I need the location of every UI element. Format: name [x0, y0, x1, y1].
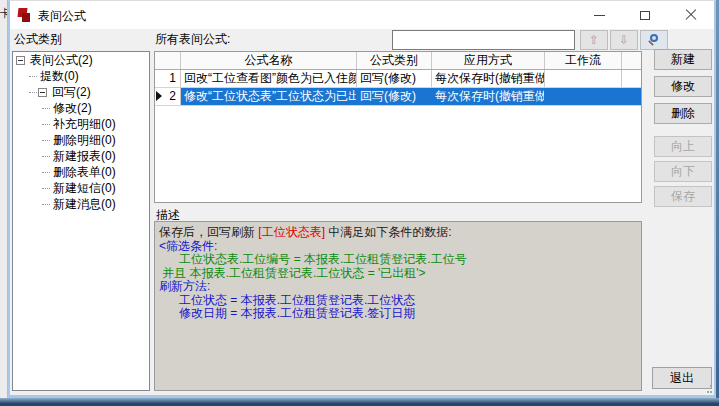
table-header-row: 公式名称公式类别应用方式工作流 — [155, 52, 641, 70]
move-down-button: 向下 — [654, 161, 712, 182]
row-number-cell: 1 — [155, 70, 181, 87]
category-tree: 表间公式(2)提数(0)回写(2)修改(2)补充明细(0)删除明细(0)新建报表… — [12, 51, 150, 391]
move-up-arrow-button[interactable]: ⇧ — [580, 30, 608, 50]
maximize-icon — [640, 11, 650, 20]
minimize-icon — [594, 15, 605, 16]
table-row[interactable]: 1回改“工位查看图”颜色为已入住颜色回写(修改)每次保存时(撤销重做保 — [155, 70, 641, 88]
close-button[interactable] — [668, 1, 714, 29]
tree-item-label: 回写(2) — [50, 85, 91, 99]
resize-grip[interactable] — [704, 385, 712, 393]
background-text-fragment: 卡 — [0, 6, 8, 21]
background-window-edge: 卡 — [0, 0, 8, 398]
search-button[interactable] — [640, 30, 668, 50]
description-line: 工位状态 = 本报表.工位租赁登记表.工位状态 — [159, 294, 637, 308]
tree-item-label: 补充明细(0) — [51, 117, 116, 131]
workflow-cell — [545, 70, 622, 87]
apply-mode-cell: 每次保存时(撤销重做保 — [432, 70, 545, 87]
description-line: 工位状态表.工位编号 = 本报表.工位租赁登记表.工位号 — [159, 253, 637, 267]
formula-category-cell: 回写(修改) — [357, 88, 432, 105]
column-header: 公式名称 — [181, 52, 357, 69]
tree-item[interactable]: 回写(2) — [13, 84, 149, 100]
minimize-button[interactable] — [576, 1, 622, 29]
close-icon — [685, 9, 697, 21]
dialog-window: 表间公式 公式类别 所有表间公式: ⇧ ⇩ 表间公式(2)提数(0)回写(2)修… — [8, 0, 716, 398]
search-input[interactable] — [392, 30, 575, 50]
tree-item-label: 提数(0) — [38, 69, 79, 83]
spacer-cell — [622, 70, 641, 87]
tree-item-label: 表间公式(2) — [28, 53, 93, 67]
tree-item[interactable]: 新建消息(0) — [13, 196, 149, 212]
column-header — [155, 52, 181, 69]
tree-item-label: 删除明细(0) — [51, 133, 116, 147]
tree-item-label: 新建短信(0) — [51, 181, 116, 195]
column-header: 应用方式 — [432, 52, 545, 69]
delete-button[interactable]: 删除 — [654, 103, 712, 124]
formula-category-cell: 回写(修改) — [357, 70, 432, 87]
screen: 卡 表间公式 公式类别 所有表间公式: ⇧ ⇩ 表间公式(2)提数(0)回写(2… — [0, 0, 719, 406]
description-line: <筛选条件: — [159, 240, 637, 254]
table-row[interactable]: 2修改“工位状态表”工位状态为已出租回写(修改)每次保存时(撤销重做保 — [155, 88, 641, 106]
modify-button[interactable]: 修改 — [654, 76, 712, 97]
column-header: 工作流 — [545, 52, 622, 69]
tree-item[interactable]: 新建报表(0) — [13, 148, 149, 164]
maximize-button[interactable] — [622, 1, 668, 29]
tree-item[interactable]: 提数(0) — [13, 68, 149, 84]
column-header — [622, 52, 641, 69]
move-up-button: 向上 — [654, 136, 712, 157]
category-label: 公式类别 — [14, 31, 62, 48]
tree-item[interactable]: 表间公式(2) — [13, 52, 149, 68]
selected-row-marker-icon — [156, 91, 162, 101]
description-line: 刷新方法: — [159, 280, 637, 294]
window-title: 表间公式 — [38, 8, 86, 25]
apply-mode-cell: 每次保存时(撤销重做保 — [432, 88, 545, 105]
workflow-cell — [545, 88, 622, 105]
background-strip — [0, 398, 719, 406]
app-icon — [18, 8, 31, 22]
all-formulas-label: 所有表间公式: — [155, 31, 230, 48]
formula-name-cell: 修改“工位状态表”工位状态为已出租 — [181, 88, 357, 105]
collapse-icon[interactable] — [38, 88, 47, 97]
description-panel: 保存后，回写刷新 [工位状态表] 中满足如下条件的数据:<筛选条件: 工位状态表… — [154, 221, 642, 391]
search-icon — [648, 34, 660, 46]
column-header: 公式类别 — [357, 52, 432, 69]
description-line: 并且 本报表.工位租赁登记表.工位状态 = '已出租'> — [159, 267, 637, 281]
down-arrow-icon: ⇩ — [619, 33, 629, 47]
description-line: 修改日期 = 本报表.工位租赁登记表.签订日期 — [159, 307, 637, 321]
exit-button[interactable]: 退出 — [652, 367, 712, 389]
tree-item[interactable]: 删除明细(0) — [13, 132, 149, 148]
new-button[interactable]: 新建 — [654, 49, 712, 70]
formula-table: 公式名称公式类别应用方式工作流1回改“工位查看图”颜色为已入住颜色回写(修改)每… — [154, 51, 642, 203]
title-bar: 表间公式 — [10, 1, 714, 29]
tree-item-label: 新建报表(0) — [51, 149, 116, 163]
tree-item[interactable]: 删除表单(0) — [13, 164, 149, 180]
tree-item[interactable]: 修改(2) — [13, 100, 149, 116]
tree-item-label: 删除表单(0) — [51, 165, 116, 179]
formula-name-cell: 回改“工位查看图”颜色为已入住颜色 — [181, 70, 357, 87]
tree-item-label: 新建消息(0) — [51, 197, 116, 211]
row-number-cell: 2 — [155, 88, 181, 105]
save-button: 保存 — [654, 186, 712, 207]
tree-item[interactable]: 补充明细(0) — [13, 116, 149, 132]
spacer-cell — [622, 88, 641, 105]
description-line: 保存后，回写刷新 [工位状态表] 中满足如下条件的数据: — [159, 226, 637, 240]
tree-item[interactable]: 新建短信(0) — [13, 180, 149, 196]
collapse-icon[interactable] — [16, 56, 25, 65]
move-down-arrow-button[interactable]: ⇩ — [610, 30, 638, 50]
tree-item-label: 修改(2) — [51, 101, 92, 115]
up-arrow-icon: ⇧ — [589, 33, 599, 47]
